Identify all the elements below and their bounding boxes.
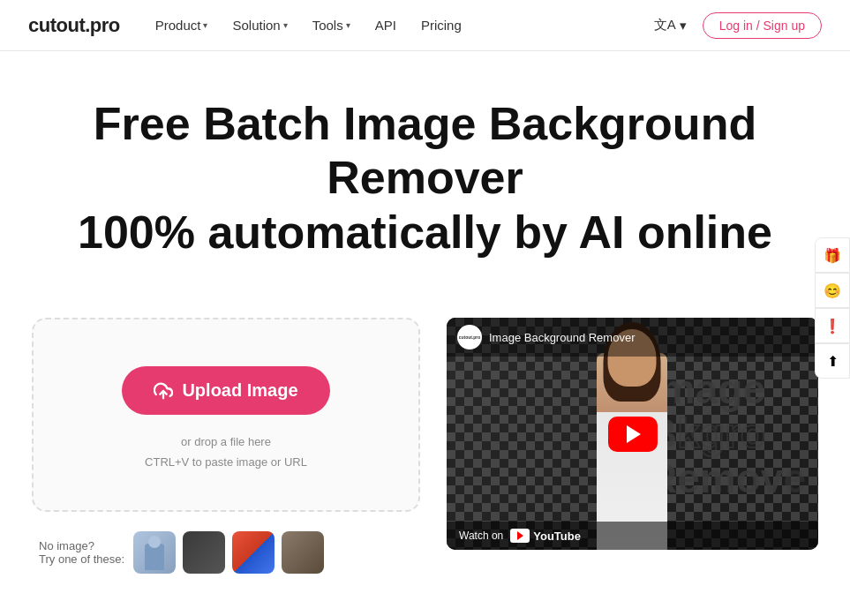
hero-title: Free Batch Image Background Remover 100%… bbox=[72, 97, 779, 259]
alert-button[interactable]: ❗ bbox=[815, 308, 850, 343]
video-player[interactable]: cutout.pro Image Background Remover Imag… bbox=[447, 318, 818, 550]
translate-button[interactable]: 文A ▾ bbox=[654, 17, 687, 34]
sample-thumb-3[interactable] bbox=[232, 531, 275, 574]
hero-section: Free Batch Image Background Remover 100%… bbox=[0, 51, 850, 318]
youtube-label: YouTube bbox=[533, 530, 581, 543]
main-content: Upload Image or drop a file here CTRL+V … bbox=[0, 318, 850, 600]
video-bottom-bar: Watch on YouTube bbox=[447, 522, 818, 550]
sample-thumb-2[interactable] bbox=[183, 531, 225, 574]
video-title: Image Background Remover bbox=[489, 331, 635, 344]
upload-button[interactable]: Upload Image bbox=[122, 366, 329, 415]
face-button[interactable]: 😊 bbox=[815, 273, 850, 308]
chevron-down-icon: ▾ bbox=[346, 20, 350, 30]
youtube-logo: YouTube bbox=[510, 529, 581, 543]
login-button[interactable]: Log in / Sign up bbox=[703, 12, 822, 39]
nav-right: 文A ▾ Log in / Sign up bbox=[654, 12, 822, 39]
nav-links: Product ▾ Solution ▾ Tools ▾ API Pricing bbox=[155, 18, 654, 33]
nav-pricing[interactable]: Pricing bbox=[421, 18, 462, 33]
navbar: cutout.pro Product ▾ Solution ▾ Tools ▾ … bbox=[0, 0, 850, 51]
upload-hint: or drop a file here CTRL+V to paste imag… bbox=[145, 432, 307, 471]
side-buttons: 🎁 😊 ❗ ⬆ bbox=[815, 237, 850, 379]
sample-images bbox=[133, 531, 324, 574]
sample-label: No image? Try one of these: bbox=[39, 539, 124, 566]
video-logo: cutout.pro bbox=[457, 325, 482, 349]
play-icon bbox=[627, 425, 641, 443]
watch-on-label: Watch on bbox=[459, 530, 503, 542]
sample-thumb-4[interactable] bbox=[282, 531, 324, 574]
sample-section: No image? Try one of these: bbox=[32, 531, 420, 574]
nav-api[interactable]: API bbox=[375, 18, 396, 33]
upload-icon bbox=[154, 381, 173, 401]
youtube-icon bbox=[510, 529, 530, 543]
chevron-down-icon: ▾ bbox=[680, 18, 687, 34]
video-background: cutout.pro Image Background Remover Imag… bbox=[447, 318, 818, 550]
youtube-play-icon bbox=[517, 531, 523, 540]
chevron-down-icon: ▾ bbox=[283, 20, 288, 30]
upload-section: Upload Image or drop a file here CTRL+V … bbox=[32, 318, 420, 574]
nav-product[interactable]: Product ▾ bbox=[155, 18, 208, 33]
nav-tools[interactable]: Tools ▾ bbox=[312, 18, 350, 33]
upload-dropzone[interactable]: Upload Image or drop a file here CTRL+V … bbox=[32, 318, 420, 512]
nav-solution[interactable]: Solution ▾ bbox=[232, 18, 287, 33]
gift-button[interactable]: 🎁 bbox=[815, 237, 850, 273]
video-play-button[interactable] bbox=[608, 417, 658, 452]
video-top-bar: cutout.pro Image Background Remover bbox=[447, 318, 818, 357]
scroll-top-button[interactable]: ⬆ bbox=[815, 343, 850, 379]
sample-thumb-1[interactable] bbox=[133, 531, 176, 574]
logo[interactable]: cutout.pro bbox=[28, 14, 120, 37]
chevron-down-icon: ▾ bbox=[203, 20, 207, 30]
video-section: cutout.pro Image Background Remover Imag… bbox=[447, 318, 818, 550]
